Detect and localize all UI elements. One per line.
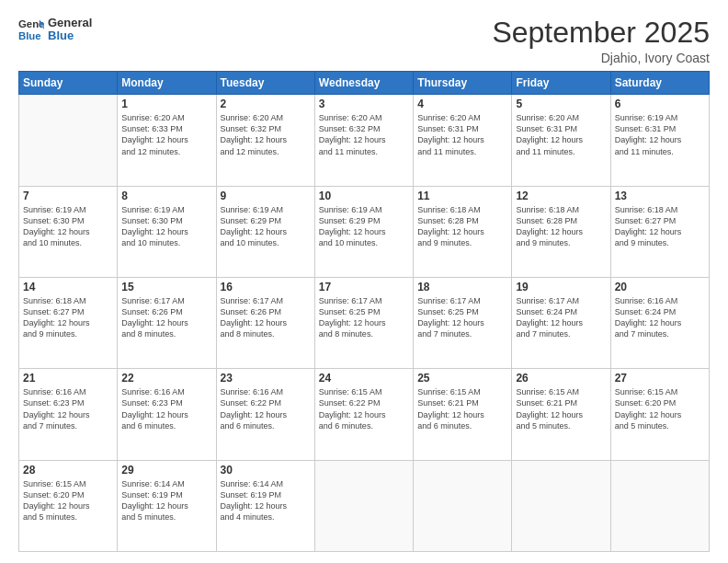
logo-line1: General [48, 17, 92, 29]
calendar-cell: 23Sunrise: 6:16 AM Sunset: 6:22 PM Dayli… [216, 369, 314, 460]
calendar-cell: 7Sunrise: 6:19 AM Sunset: 6:30 PM Daylig… [19, 186, 118, 277]
calendar-cell [512, 460, 610, 551]
col-friday: Friday [512, 72, 610, 95]
day-info: Sunrise: 6:19 AM Sunset: 6:29 PM Dayligh… [221, 204, 311, 249]
day-number: 29 [121, 464, 211, 477]
calendar-cell: 12Sunrise: 6:18 AM Sunset: 6:28 PM Dayli… [512, 186, 610, 277]
calendar-cell: 17Sunrise: 6:17 AM Sunset: 6:25 PM Dayli… [314, 277, 413, 368]
day-number: 4 [417, 98, 507, 110]
day-info: Sunrise: 6:19 AM Sunset: 6:30 PM Dayligh… [23, 204, 113, 249]
day-number: 9 [221, 190, 311, 202]
day-number: 23 [221, 372, 311, 385]
calendar-cell: 18Sunrise: 6:17 AM Sunset: 6:25 PM Dayli… [414, 277, 512, 368]
calendar-cell: 28Sunrise: 6:15 AM Sunset: 6:20 PM Dayli… [19, 460, 118, 551]
day-number: 25 [417, 372, 507, 385]
day-number: 28 [23, 464, 113, 477]
calendar-cell: 5Sunrise: 6:20 AM Sunset: 6:31 PM Daylig… [512, 95, 610, 186]
calendar-cell [314, 460, 413, 551]
day-number: 1 [121, 98, 211, 110]
day-number: 22 [121, 372, 211, 385]
day-number: 5 [516, 98, 606, 110]
day-number: 6 [615, 98, 705, 110]
day-number: 27 [615, 372, 705, 385]
day-number: 2 [221, 98, 311, 110]
day-info: Sunrise: 6:15 AM Sunset: 6:21 PM Dayligh… [417, 386, 507, 431]
day-info: Sunrise: 6:15 AM Sunset: 6:21 PM Dayligh… [516, 386, 606, 431]
day-info: Sunrise: 6:16 AM Sunset: 6:23 PM Dayligh… [121, 386, 211, 431]
calendar-cell: 24Sunrise: 6:15 AM Sunset: 6:22 PM Dayli… [314, 369, 413, 460]
calendar-cell: 3Sunrise: 6:20 AM Sunset: 6:32 PM Daylig… [314, 95, 413, 186]
calendar-cell: 29Sunrise: 6:14 AM Sunset: 6:19 PM Dayli… [118, 460, 216, 551]
day-info: Sunrise: 6:17 AM Sunset: 6:24 PM Dayligh… [516, 295, 606, 340]
col-saturday: Saturday [610, 72, 709, 95]
day-info: Sunrise: 6:16 AM Sunset: 6:23 PM Dayligh… [23, 386, 113, 431]
day-info: Sunrise: 6:15 AM Sunset: 6:20 PM Dayligh… [23, 478, 113, 523]
day-info: Sunrise: 6:17 AM Sunset: 6:25 PM Dayligh… [319, 295, 409, 340]
month-title: September 2025 [492, 17, 710, 49]
day-info: Sunrise: 6:17 AM Sunset: 6:26 PM Dayligh… [221, 295, 311, 340]
calendar-cell: 2Sunrise: 6:20 AM Sunset: 6:32 PM Daylig… [216, 95, 314, 186]
calendar-cell: 11Sunrise: 6:18 AM Sunset: 6:28 PM Dayli… [414, 186, 512, 277]
svg-text:Blue: Blue [18, 30, 41, 41]
col-tuesday: Tuesday [216, 72, 314, 95]
calendar-header-row: Sunday Monday Tuesday Wednesday Thursday… [19, 72, 710, 95]
calendar-cell [414, 460, 512, 551]
day-info: Sunrise: 6:14 AM Sunset: 6:19 PM Dayligh… [121, 478, 211, 523]
day-number: 18 [417, 281, 507, 293]
day-info: Sunrise: 6:16 AM Sunset: 6:24 PM Dayligh… [615, 295, 705, 340]
title-block: September 2025 Djahio, Ivory Coast [492, 17, 710, 65]
day-info: Sunrise: 6:20 AM Sunset: 6:32 PM Dayligh… [319, 112, 409, 157]
day-number: 8 [121, 190, 211, 202]
calendar-cell: 26Sunrise: 6:15 AM Sunset: 6:21 PM Dayli… [512, 369, 610, 460]
col-monday: Monday [118, 72, 216, 95]
page: General Blue General Blue September 2025… [0, 0, 728, 563]
day-number: 14 [23, 281, 113, 293]
day-number: 16 [221, 281, 311, 293]
calendar-cell: 1Sunrise: 6:20 AM Sunset: 6:33 PM Daylig… [118, 95, 216, 186]
day-number: 10 [319, 190, 409, 202]
day-info: Sunrise: 6:20 AM Sunset: 6:31 PM Dayligh… [516, 112, 606, 157]
day-info: Sunrise: 6:17 AM Sunset: 6:25 PM Dayligh… [417, 295, 507, 340]
day-info: Sunrise: 6:15 AM Sunset: 6:20 PM Dayligh… [615, 386, 705, 431]
col-thursday: Thursday [414, 72, 512, 95]
day-info: Sunrise: 6:18 AM Sunset: 6:27 PM Dayligh… [23, 295, 113, 340]
day-number: 17 [319, 281, 409, 293]
day-number: 21 [23, 372, 113, 385]
day-number: 20 [615, 281, 705, 293]
day-number: 19 [516, 281, 606, 293]
day-number: 13 [615, 190, 705, 202]
day-number: 24 [319, 372, 409, 385]
calendar-cell: 14Sunrise: 6:18 AM Sunset: 6:27 PM Dayli… [19, 277, 118, 368]
day-info: Sunrise: 6:14 AM Sunset: 6:19 PM Dayligh… [221, 478, 311, 523]
day-number: 30 [221, 464, 311, 477]
calendar-cell: 6Sunrise: 6:19 AM Sunset: 6:31 PM Daylig… [610, 95, 709, 186]
day-info: Sunrise: 6:19 AM Sunset: 6:30 PM Dayligh… [121, 204, 211, 249]
calendar-table: Sunday Monday Tuesday Wednesday Thursday… [18, 71, 710, 552]
day-number: 11 [417, 190, 507, 202]
day-info: Sunrise: 6:17 AM Sunset: 6:26 PM Dayligh… [121, 295, 211, 340]
day-number: 3 [319, 98, 409, 110]
calendar-cell: 22Sunrise: 6:16 AM Sunset: 6:23 PM Dayli… [118, 369, 216, 460]
calendar-cell: 10Sunrise: 6:19 AM Sunset: 6:29 PM Dayli… [314, 186, 413, 277]
calendar-cell: 16Sunrise: 6:17 AM Sunset: 6:26 PM Dayli… [216, 277, 314, 368]
day-number: 12 [516, 190, 606, 202]
calendar-cell: 8Sunrise: 6:19 AM Sunset: 6:30 PM Daylig… [118, 186, 216, 277]
logo-line2: Blue [48, 29, 92, 42]
calendar-cell: 20Sunrise: 6:16 AM Sunset: 6:24 PM Dayli… [610, 277, 709, 368]
calendar-cell [610, 460, 709, 551]
header: General Blue General Blue September 2025… [18, 17, 710, 65]
day-info: Sunrise: 6:16 AM Sunset: 6:22 PM Dayligh… [221, 386, 311, 431]
calendar-cell: 19Sunrise: 6:17 AM Sunset: 6:24 PM Dayli… [512, 277, 610, 368]
calendar-cell: 9Sunrise: 6:19 AM Sunset: 6:29 PM Daylig… [216, 186, 314, 277]
day-info: Sunrise: 6:20 AM Sunset: 6:33 PM Dayligh… [121, 112, 211, 157]
day-number: 15 [121, 281, 211, 293]
col-sunday: Sunday [19, 72, 118, 95]
calendar-cell: 30Sunrise: 6:14 AM Sunset: 6:19 PM Dayli… [216, 460, 314, 551]
calendar-cell: 4Sunrise: 6:20 AM Sunset: 6:31 PM Daylig… [414, 95, 512, 186]
col-wednesday: Wednesday [314, 72, 413, 95]
day-info: Sunrise: 6:15 AM Sunset: 6:22 PM Dayligh… [319, 386, 409, 431]
day-info: Sunrise: 6:18 AM Sunset: 6:28 PM Dayligh… [417, 204, 507, 249]
logo-icon: General Blue [18, 17, 44, 42]
day-number: 7 [23, 190, 113, 202]
day-number: 26 [516, 372, 606, 385]
